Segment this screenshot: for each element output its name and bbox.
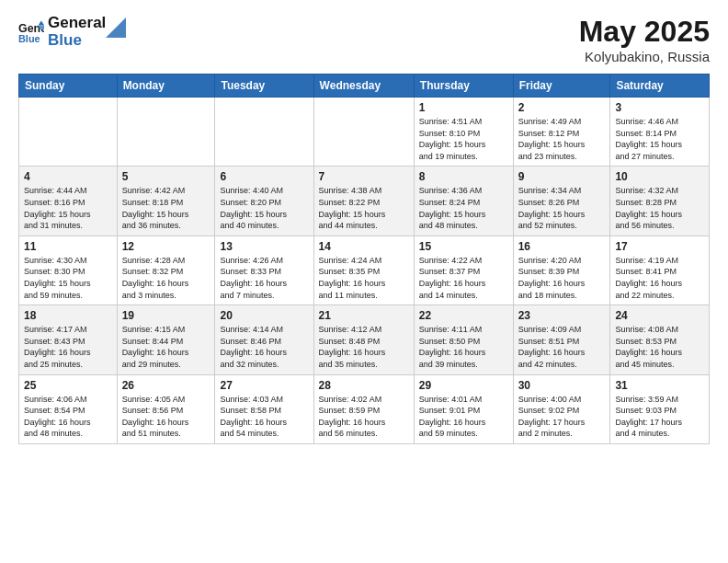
day-number: 27 [220,379,308,392]
calendar: SundayMondayTuesdayWednesdayThursdayFrid… [18,74,710,444]
day-number: 31 [615,379,704,392]
day-number: 8 [419,170,508,183]
day-info: Sunrise: 4:09 AMSunset: 8:51 PMDaylight:… [518,324,606,370]
calendar-week-2: 4Sunrise: 4:44 AMSunset: 8:16 PMDaylight… [19,167,710,236]
subtitle: Kolyubakino, Russia [579,49,710,64]
day-number: 16 [518,240,606,253]
day-number: 14 [319,240,409,253]
calendar-header-tuesday: Tuesday [215,75,313,98]
day-info: Sunrise: 4:46 AMSunset: 8:14 PMDaylight:… [615,116,704,162]
day-number: 5 [122,170,210,183]
day-number: 20 [220,309,308,322]
day-info: Sunrise: 4:38 AMSunset: 8:22 PMDaylight:… [319,185,409,231]
day-info: Sunrise: 4:42 AMSunset: 8:18 PMDaylight:… [122,185,210,231]
day-info: Sunrise: 4:36 AMSunset: 8:24 PMDaylight:… [419,185,508,231]
day-info: Sunrise: 4:40 AMSunset: 8:20 PMDaylight:… [220,185,308,231]
logo-triangle-icon [106,17,126,38]
day-number: 4 [24,170,112,183]
calendar-cell-3-3: 13Sunrise: 4:26 AMSunset: 8:33 PMDayligh… [215,236,313,304]
header: General Blue General Blue May 2025 Kolyu… [18,15,710,64]
calendar-cell-2-5: 8Sunrise: 4:36 AMSunset: 8:24 PMDaylight… [414,167,513,236]
calendar-cell-1-5: 1Sunrise: 4:51 AMSunset: 8:10 PMDaylight… [414,98,513,167]
calendar-cell-4-3: 20Sunrise: 4:14 AMSunset: 8:46 PMDayligh… [215,305,313,374]
calendar-cell-2-6: 9Sunrise: 4:34 AMSunset: 8:26 PMDaylight… [513,167,610,236]
calendar-cell-2-7: 10Sunrise: 4:32 AMSunset: 8:28 PMDayligh… [610,167,710,236]
title-block: May 2025 Kolyubakino, Russia [579,15,710,64]
day-number: 2 [518,101,606,114]
day-info: Sunrise: 4:24 AMSunset: 8:35 PMDaylight:… [319,255,409,301]
day-number: 12 [122,240,210,253]
day-info: Sunrise: 4:14 AMSunset: 8:46 PMDaylight:… [220,324,308,370]
calendar-week-1: 1Sunrise: 4:51 AMSunset: 8:10 PMDaylight… [19,98,710,167]
day-number: 15 [419,240,508,253]
day-info: Sunrise: 4:28 AMSunset: 8:32 PMDaylight:… [122,255,210,301]
day-number: 9 [518,170,606,183]
day-number: 28 [319,379,409,392]
calendar-cell-5-3: 27Sunrise: 4:03 AMSunset: 8:58 PMDayligh… [215,374,313,443]
calendar-header-friday: Friday [513,75,610,98]
calendar-cell-2-3: 6Sunrise: 4:40 AMSunset: 8:20 PMDaylight… [215,167,313,236]
calendar-cell-3-5: 15Sunrise: 4:22 AMSunset: 8:37 PMDayligh… [414,236,513,304]
day-info: Sunrise: 4:06 AMSunset: 8:54 PMDaylight:… [24,394,112,440]
day-number: 19 [122,309,210,322]
page: General Blue General Blue May 2025 Kolyu… [0,0,728,563]
day-number: 21 [319,309,409,322]
svg-text:Blue: Blue [18,33,40,44]
calendar-cell-4-6: 23Sunrise: 4:09 AMSunset: 8:51 PMDayligh… [513,305,610,374]
day-info: Sunrise: 4:49 AMSunset: 8:12 PMDaylight:… [518,116,606,162]
day-info: Sunrise: 4:51 AMSunset: 8:10 PMDaylight:… [419,116,508,162]
calendar-cell-1-3 [215,98,313,167]
calendar-cell-1-1 [19,98,118,167]
logo: General Blue General Blue [18,15,126,49]
calendar-cell-4-7: 24Sunrise: 4:08 AMSunset: 8:53 PMDayligh… [610,305,710,374]
day-number: 30 [518,379,606,392]
calendar-header-sunday: Sunday [19,75,118,98]
calendar-cell-3-2: 12Sunrise: 4:28 AMSunset: 8:32 PMDayligh… [117,236,215,304]
calendar-cell-5-4: 28Sunrise: 4:02 AMSunset: 8:59 PMDayligh… [313,374,414,443]
calendar-cell-2-1: 4Sunrise: 4:44 AMSunset: 8:16 PMDaylight… [19,167,118,236]
day-info: Sunrise: 4:30 AMSunset: 8:30 PMDaylight:… [24,255,112,301]
calendar-cell-4-1: 18Sunrise: 4:17 AMSunset: 8:43 PMDayligh… [19,305,118,374]
calendar-cell-1-7: 3Sunrise: 4:46 AMSunset: 8:14 PMDaylight… [610,98,710,167]
calendar-header-monday: Monday [117,75,215,98]
calendar-cell-2-2: 5Sunrise: 4:42 AMSunset: 8:18 PMDaylight… [117,167,215,236]
calendar-cell-5-6: 30Sunrise: 4:00 AMSunset: 9:02 PMDayligh… [513,374,610,443]
main-title: May 2025 [579,15,710,49]
day-info: Sunrise: 4:19 AMSunset: 8:41 PMDaylight:… [615,255,704,301]
logo-blue: Blue [48,32,106,50]
day-number: 26 [122,379,210,392]
day-info: Sunrise: 4:02 AMSunset: 8:59 PMDaylight:… [319,394,409,440]
calendar-cell-3-1: 11Sunrise: 4:30 AMSunset: 8:30 PMDayligh… [19,236,118,304]
day-info: Sunrise: 4:22 AMSunset: 8:37 PMDaylight:… [419,255,508,301]
svg-marker-4 [106,17,126,38]
calendar-week-5: 25Sunrise: 4:06 AMSunset: 8:54 PMDayligh… [19,374,710,443]
calendar-cell-4-2: 19Sunrise: 4:15 AMSunset: 8:44 PMDayligh… [117,305,215,374]
day-info: Sunrise: 4:26 AMSunset: 8:33 PMDaylight:… [220,255,308,301]
calendar-cell-2-4: 7Sunrise: 4:38 AMSunset: 8:22 PMDaylight… [313,167,414,236]
day-info: Sunrise: 4:12 AMSunset: 8:48 PMDaylight:… [319,324,409,370]
day-number: 23 [518,309,606,322]
day-info: Sunrise: 4:03 AMSunset: 8:58 PMDaylight:… [220,394,308,440]
day-info: Sunrise: 4:00 AMSunset: 9:02 PMDaylight:… [518,394,606,440]
day-number: 13 [220,240,308,253]
calendar-cell-1-4 [313,98,414,167]
calendar-header-row: SundayMondayTuesdayWednesdayThursdayFrid… [19,75,710,98]
day-info: Sunrise: 4:44 AMSunset: 8:16 PMDaylight:… [24,185,112,231]
calendar-cell-5-5: 29Sunrise: 4:01 AMSunset: 9:01 PMDayligh… [414,374,513,443]
day-info: Sunrise: 4:05 AMSunset: 8:56 PMDaylight:… [122,394,210,440]
day-info: Sunrise: 3:59 AMSunset: 9:03 PMDaylight:… [615,394,704,440]
day-info: Sunrise: 4:17 AMSunset: 8:43 PMDaylight:… [24,324,112,370]
calendar-header-saturday: Saturday [610,75,710,98]
day-number: 10 [615,170,704,183]
day-info: Sunrise: 4:11 AMSunset: 8:50 PMDaylight:… [419,324,508,370]
calendar-cell-5-7: 31Sunrise: 3:59 AMSunset: 9:03 PMDayligh… [610,374,710,443]
day-info: Sunrise: 4:32 AMSunset: 8:28 PMDaylight:… [615,185,704,231]
calendar-cell-4-5: 22Sunrise: 4:11 AMSunset: 8:50 PMDayligh… [414,305,513,374]
calendar-cell-3-7: 17Sunrise: 4:19 AMSunset: 8:41 PMDayligh… [610,236,710,304]
calendar-week-4: 18Sunrise: 4:17 AMSunset: 8:43 PMDayligh… [19,305,710,374]
day-info: Sunrise: 4:08 AMSunset: 8:53 PMDaylight:… [615,324,704,370]
logo-general: General [48,15,106,32]
day-number: 3 [615,101,704,114]
calendar-header-wednesday: Wednesday [313,75,414,98]
day-info: Sunrise: 4:01 AMSunset: 9:01 PMDaylight:… [419,394,508,440]
